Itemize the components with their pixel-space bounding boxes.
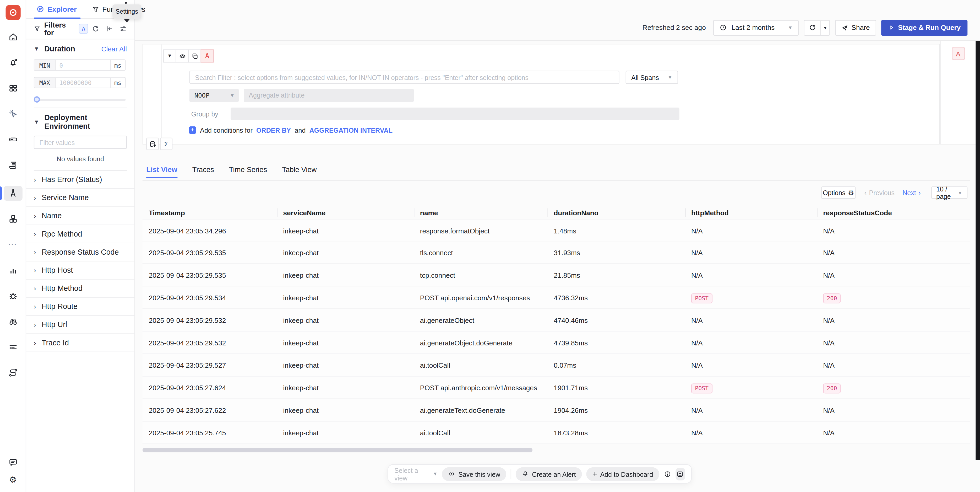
cell-name: ai.toolCall — [420, 354, 450, 377]
filter-section-rpc-method[interactable]: › Rpc Method — [26, 225, 134, 243]
cell-name: ai.generateObject.doGenerate — [420, 332, 512, 354]
filter-section-has-error-status-[interactable]: › Has Error (Status) — [26, 171, 134, 189]
pipelines-lines-icon[interactable] — [8, 342, 18, 352]
filter-section-http-url[interactable]: › Http Url — [26, 316, 134, 334]
deployment-environment-section: ▼ Deployment Environment No values found — [26, 108, 134, 171]
search-filter-input[interactable] — [189, 71, 619, 84]
order-by-link[interactable]: ORDER BY — [256, 126, 291, 134]
slider-track — [34, 99, 126, 101]
duration-min-input[interactable] — [56, 60, 110, 70]
table-row[interactable]: 2025-09-04 23:05:29.534 inkeep-chat POST… — [143, 286, 970, 309]
table-row[interactable]: 2025-09-04 23:05:25.745 inkeep-chat ai.t… — [143, 422, 970, 444]
create-alert-button[interactable]: Create an Alert — [515, 467, 582, 481]
page-scrollbar[interactable] — [975, 41, 980, 460]
tab-traces[interactable]: Traces — [192, 166, 214, 178]
query-builder-db-icon[interactable] — [146, 138, 159, 150]
filter-section-http-method[interactable]: › Http Method — [26, 280, 134, 298]
filter-section-name[interactable]: › Name — [26, 207, 134, 225]
plus-icon[interactable]: + — [189, 126, 196, 134]
share-button[interactable]: Share — [835, 20, 876, 35]
cell-httpmethod: N/A — [691, 219, 703, 242]
collapse-sidebar-icon[interactable] — [106, 25, 113, 32]
clone-query-button[interactable] — [188, 49, 201, 62]
duration-slider[interactable] — [34, 96, 126, 102]
table-row[interactable]: 2025-09-04 23:05:27.624 inkeep-chat POST… — [143, 377, 970, 399]
sync-filters-icon[interactable] — [92, 25, 100, 32]
more-dots-icon[interactable]: ··· — [8, 240, 17, 250]
time-range-picker[interactable]: Last 2 months ▼ — [713, 20, 799, 35]
logs-scroll-icon[interactable] — [8, 160, 18, 170]
clear-all-link[interactable]: Clear All — [101, 45, 127, 53]
filter-section-response-status-code[interactable]: › Response Status Code — [26, 243, 134, 262]
traces-compass-icon[interactable] — [3, 186, 22, 201]
infrastructure-server-icon[interactable] — [8, 134, 18, 144]
duration-max-input[interactable] — [56, 78, 110, 88]
integrations-cubes-icon[interactable] — [8, 214, 18, 224]
collapse-query-button[interactable]: ▼ — [163, 49, 177, 62]
table-row[interactable]: 2025-09-04 23:05:29.532 inkeep-chat ai.g… — [143, 309, 970, 332]
cell-responsestatuscode: N/A — [823, 422, 835, 444]
feedback-chat-icon[interactable] — [8, 457, 18, 467]
refresh-split-button: ▼ — [804, 20, 830, 35]
tab-list-view[interactable]: List View — [146, 166, 177, 178]
aggregate-operator-select[interactable]: NOOP ▼ — [189, 89, 239, 102]
filter-section-http-host[interactable]: › Http Host — [26, 262, 134, 280]
table-row[interactable]: 2025-09-04 23:05:27.622 inkeep-chat ai.g… — [143, 399, 970, 422]
filter-settings-icon[interactable] — [119, 25, 127, 32]
next-page-button[interactable]: Next› — [902, 187, 921, 199]
table-row[interactable]: 2025-09-04 23:05:29.527 inkeep-chat ai.t… — [143, 354, 970, 377]
dashboards-grid-icon[interactable] — [8, 83, 18, 93]
eye-icon — [178, 52, 186, 60]
chevron-down-icon[interactable]: ▼ — [34, 46, 39, 51]
filter-section-trace-id[interactable]: › Trace Id — [26, 334, 134, 352]
tab-time-series[interactable]: Time Series — [229, 166, 267, 178]
add-to-dashboard-button[interactable]: + Add to Dashboard — [586, 467, 659, 481]
horizontal-scrollbar[interactable] — [143, 448, 533, 452]
onboarding-cursor-icon[interactable] — [8, 109, 18, 119]
panel-a-badge[interactable]: A — [951, 47, 964, 60]
tab-explorer[interactable]: Explorer — [36, 0, 76, 18]
formula-sigma-button[interactable]: Σ — [160, 138, 173, 150]
info-icon[interactable] — [664, 470, 671, 478]
settings-gear-icon[interactable]: ⚙ — [9, 475, 17, 485]
shortcuts-keyboard-icon[interactable] — [676, 468, 685, 480]
deployment-filter-input[interactable] — [34, 136, 127, 149]
span-scope-select[interactable]: All Spans ▼ — [626, 71, 678, 84]
tab-table-view[interactable]: Table View — [282, 166, 317, 178]
routes-flow-icon[interactable] — [8, 368, 18, 378]
share-label: Share — [852, 24, 870, 32]
filter-section-service-name[interactable]: › Service Name — [26, 189, 134, 207]
refresh-button[interactable] — [805, 21, 821, 35]
query-name-badge[interactable]: A — [201, 49, 214, 62]
previous-page-button[interactable]: ‹Previous — [864, 187, 894, 199]
table-row[interactable]: 2025-09-04 23:05:29.535 inkeep-chat tls.… — [143, 241, 970, 264]
slider-handle[interactable] — [34, 96, 40, 102]
options-label: Options — [823, 189, 845, 196]
exceptions-bug-icon[interactable] — [8, 291, 18, 301]
home-icon[interactable] — [8, 32, 18, 42]
stage-run-query-button[interactable]: Stage & Run Query — [881, 20, 968, 35]
query-visibility-eye-icon[interactable] — [175, 49, 189, 62]
options-button[interactable]: Options ⚙ — [821, 187, 856, 199]
explore-binoculars-icon[interactable] — [8, 316, 18, 326]
refresh-dropdown-button[interactable]: ▼ — [820, 21, 830, 35]
filters-for-label: Filters for — [44, 21, 74, 36]
filter-section-http-route[interactable]: › Http Route — [26, 298, 134, 316]
filter-section-label: Has Error (Status) — [42, 175, 102, 184]
query-a-badge[interactable]: A — [79, 24, 88, 34]
aggregation-interval-link[interactable]: AGGREGATION INTERVAL — [309, 126, 393, 134]
table-row[interactable]: 2025-09-04 23:05:34.296 inkeep-chat resp… — [143, 219, 970, 241]
signoz-logo-icon[interactable] — [5, 5, 20, 20]
view-tabs: List View Traces Time Series Table View — [146, 166, 317, 178]
metrics-chart-icon[interactable] — [8, 265, 18, 275]
no-values-text: No values found — [34, 155, 127, 163]
chevron-down-icon[interactable]: ▼ — [34, 119, 39, 125]
filter-section-label: Response Status Code — [42, 248, 119, 257]
save-view-button[interactable]: Save this view — [442, 467, 506, 481]
cell-httpmethod: N/A — [691, 354, 703, 377]
alerts-bell-icon[interactable] — [8, 58, 18, 67]
page-size-select[interactable]: 10 / page ▼ — [931, 187, 967, 199]
table-row[interactable]: 2025-09-04 23:05:29.532 inkeep-chat ai.g… — [143, 332, 970, 354]
select-view-dropdown[interactable]: Select a view ▼ — [395, 466, 438, 481]
table-row[interactable]: 2025-09-04 23:05:29.535 inkeep-chat tcp.… — [143, 264, 970, 287]
